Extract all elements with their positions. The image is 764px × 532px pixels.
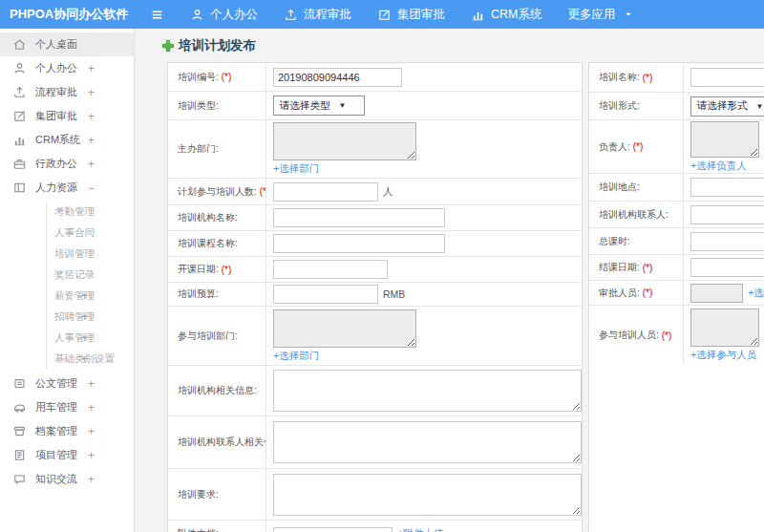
expand-toggle[interactable]: −	[88, 181, 95, 195]
end-date-input[interactable]	[690, 258, 764, 277]
training-participants-field-cell: +选择参与人员	[684, 306, 764, 365]
sidebar-item-label: 流程审批	[35, 85, 77, 99]
approvers-label: 审批人员:(*)	[589, 281, 684, 305]
approvers-input[interactable]	[690, 284, 743, 303]
topnav-item-个人办公[interactable]: 个人办公	[190, 7, 258, 23]
field-label-text: 培训机构相关信息:	[178, 384, 257, 397]
expand-toggle[interactable]: +	[81, 352, 88, 366]
sidebar-item-label: 项目管理	[35, 448, 77, 462]
expand-toggle[interactable]: +	[88, 86, 95, 99]
sidebar-item-项目管理[interactable]: 项目管理+	[0, 443, 134, 467]
sidebar-item-CRM系统[interactable]: CRM系统+	[0, 128, 134, 152]
sidebar-subitem-基础类别设置[interactable]: 基础类别设置+	[0, 349, 134, 370]
training-budget-input[interactable]	[273, 285, 378, 304]
training-form-select[interactable]: 请选择形式▼	[690, 96, 764, 117]
end-date-field-cell	[684, 255, 764, 280]
sidebar-subitem-招聘管理[interactable]: 招聘管理+	[0, 307, 134, 328]
main-content: 培训计划发布 培训编号:(*)培训类型:请选择类型▼主办部门:+选择部门计划参与…	[135, 29, 764, 532]
training-org-contact-field-cell	[684, 202, 764, 227]
sidebar-subitem-培训管理[interactable]: 培训管理	[0, 244, 134, 265]
add-icon	[161, 39, 175, 53]
host-department-label: 主办部门:	[168, 120, 266, 178]
topnav-item-CRM系统[interactable]: CRM系统	[471, 7, 541, 23]
sidebar-subitem-薪资管理[interactable]: 薪资管理+	[0, 286, 134, 307]
expand-toggle[interactable]: +	[88, 401, 95, 415]
attachment-input[interactable]	[273, 527, 393, 532]
expand-toggle[interactable]: +	[88, 449, 95, 462]
topnav-item-更多应用[interactable]: 更多应用	[567, 7, 633, 23]
field-label-text: 计划参与培训人数:	[178, 185, 257, 199]
sidebar-subitem-人事合同[interactable]: 人事合同	[0, 223, 134, 244]
training-location-input[interactable]	[690, 178, 764, 197]
sidebar-subitem-考勤管理[interactable]: 考勤管理	[0, 202, 134, 223]
training-budget-field-cell: RMB	[266, 283, 582, 306]
topnav-item-集团审批[interactable]: 集团审批	[377, 7, 445, 23]
org-contact-related-info-field-cell	[266, 416, 582, 468]
planned-participants-input[interactable]	[273, 182, 378, 202]
sidebar-subitem-label: 人事管理	[54, 331, 95, 345]
org-contact-related-info-textarea[interactable]	[273, 421, 582, 463]
participating-departments-textarea[interactable]	[273, 309, 416, 348]
sidebar-item-个人办公[interactable]: 个人办公+	[0, 56, 134, 80]
sidebar-item-label: 用车管理	[35, 400, 77, 415]
select-arrow-icon: ▼	[756, 102, 764, 111]
project-icon	[12, 448, 27, 462]
sidebar-item-label: 公文管理	[35, 376, 77, 391]
start-date-input[interactable]	[273, 260, 388, 279]
sidebar-subitem-人事管理[interactable]: 人事管理+	[0, 328, 134, 349]
training-org-name-label: 培训机构名称:	[168, 205, 266, 230]
expand-toggle[interactable]: +	[88, 110, 95, 123]
field-label-text: 培训地点:	[599, 181, 640, 194]
sidebar-item-公文管理[interactable]: 公文管理+	[0, 372, 134, 395]
expand-toggle[interactable]: +	[81, 289, 88, 303]
training-requirements-textarea[interactable]	[273, 474, 582, 516]
expand-toggle[interactable]: +	[88, 377, 95, 391]
field-label-text: 主办部门:	[178, 142, 219, 156]
expand-toggle[interactable]: +	[81, 310, 88, 324]
attachment-picker-link[interactable]: +附件上传	[397, 527, 443, 532]
sidebar-item-行政办公[interactable]: 行政办公+	[0, 152, 134, 176]
expand-toggle[interactable]: +	[88, 473, 95, 486]
host-department-textarea[interactable]	[273, 122, 416, 160]
sidebar-item-集团审批[interactable]: 集团审批+	[0, 104, 134, 128]
expand-toggle[interactable]: +	[88, 134, 95, 147]
approvers-picker-link[interactable]: +选择审批人员	[748, 287, 764, 300]
training-participants-picker-link[interactable]: +选择参与人员	[690, 349, 756, 362]
training-org-contact-input[interactable]	[690, 205, 764, 224]
sidebar-item-知识交流[interactable]: 知识交流+	[0, 467, 134, 491]
sidebar-subitem-label: 薪资管理	[54, 289, 95, 303]
expand-toggle[interactable]: +	[88, 62, 95, 75]
training-participants-label: 参与培训人员:(*)	[589, 306, 684, 365]
training-type-select[interactable]: 请选择类型▼	[273, 96, 365, 116]
required-marker: (*)	[260, 186, 266, 197]
sidebar-item-用车管理[interactable]: 用车管理+	[0, 395, 134, 419]
menu-icon[interactable]	[150, 8, 164, 22]
host-department-picker-link[interactable]: +选择部门	[273, 162, 319, 176]
sidebar-item-流程审批[interactable]: 流程审批+	[0, 80, 134, 104]
expand-toggle[interactable]: +	[88, 425, 95, 438]
org-related-info-textarea[interactable]	[273, 370, 582, 412]
sidebar-item-人力资源[interactable]: 人力资源−	[0, 176, 134, 200]
expand-toggle[interactable]: +	[88, 158, 95, 171]
person-in-charge-textarea[interactable]	[690, 121, 759, 158]
total-hours-input[interactable]	[690, 232, 764, 251]
sidebar-item-档案管理[interactable]: 档案管理+	[0, 419, 134, 443]
field-label-text: 培训机构名称:	[178, 211, 238, 224]
training-course-name-input[interactable]	[273, 234, 445, 253]
topnav-item-流程审批[interactable]: 流程审批	[284, 7, 351, 23]
training-participants-textarea[interactable]	[690, 309, 759, 347]
required-marker: (*)	[633, 141, 644, 152]
person-in-charge-picker-link[interactable]: +选择负责人	[690, 160, 747, 173]
sidebar-subitem-label: 考勤管理	[54, 205, 95, 219]
field-label-text: 参与培训部门:	[178, 330, 238, 343]
training-name-input[interactable]	[690, 68, 764, 87]
org-contact-related-info-label: 培训机构联系人相关信息:	[168, 416, 266, 468]
sidebar-item-个人桌面[interactable]: 个人桌面	[0, 32, 134, 56]
field-label-text: 培训编号:	[178, 71, 219, 84]
sidebar-subitem-奖惩记录[interactable]: 奖惩记录	[0, 265, 134, 286]
participating-departments-picker-link[interactable]: +选择部门	[273, 350, 319, 363]
expand-toggle[interactable]: +	[81, 331, 88, 345]
training-org-name-input[interactable]	[273, 208, 445, 227]
training-number-input[interactable]	[273, 68, 402, 87]
person-in-charge-field-cell: +选择负责人	[684, 120, 764, 173]
